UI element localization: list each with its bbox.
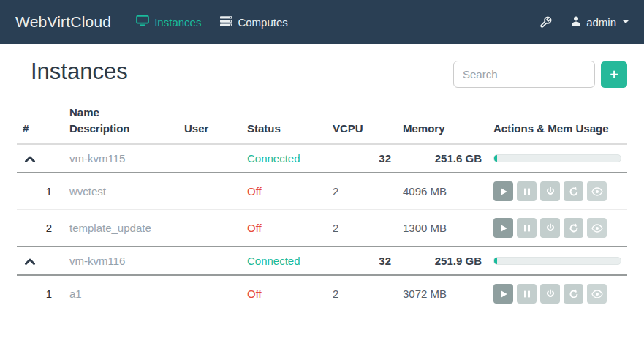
instance-vcpu: 2 [327, 173, 397, 210]
instance-status: Off [247, 222, 262, 234]
compute-name-link[interactable]: vm-kvm115 [69, 152, 125, 165]
page-title: Instances [31, 59, 128, 84]
console-eye-button[interactable] [587, 218, 607, 238]
main-content: Instances + # NameDescription User Statu… [0, 59, 644, 312]
search-group: + [453, 61, 627, 88]
instance-name-link[interactable]: a1 [69, 288, 82, 300]
search-input[interactable] [453, 61, 595, 88]
play-button[interactable] [493, 181, 513, 201]
instance-memory: 4096 MB [397, 173, 488, 210]
compute-row: vm-kvm116 Connected 32 251.9 GB [17, 247, 627, 275]
refresh-button[interactable] [564, 181, 583, 201]
instance-vcpu: 2 [327, 275, 397, 312]
nav-label: Instances [154, 16, 201, 29]
wrench-icon[interactable] [539, 16, 552, 29]
compute-vcpu: 32 [327, 247, 397, 275]
instances-table: # NameDescription User Status VCPU Memor… [17, 100, 627, 312]
instance-memory: 1300 MB [397, 210, 488, 247]
console-eye-button[interactable] [587, 284, 607, 304]
nav-label: Computes [238, 16, 287, 29]
instance-status: Off [247, 288, 262, 300]
instance-row: 1 wvctest Off 2 4096 MB [17, 173, 627, 210]
instance-memory: 3072 MB [397, 275, 488, 312]
power-off-button[interactable] [540, 284, 560, 304]
instance-actions [493, 181, 627, 201]
col-header-num: # [17, 100, 64, 144]
power-off-button[interactable] [540, 181, 560, 201]
brand-logo[interactable]: WebVirtCloud [15, 13, 111, 31]
nav-item-instances[interactable]: Instances [136, 15, 201, 29]
user-icon [571, 16, 581, 29]
collapse-chevron-icon[interactable] [23, 155, 36, 162]
compute-name-link[interactable]: vm-kvm116 [69, 255, 125, 267]
instance-name-link[interactable]: template_update [69, 222, 151, 234]
refresh-button[interactable] [564, 218, 583, 238]
table-header-row: # NameDescription User Status VCPU Memor… [17, 100, 627, 144]
page-header: Instances + [17, 59, 627, 88]
nav-item-computes[interactable]: Computes [220, 16, 287, 29]
compute-memory: 251.6 GB [397, 144, 488, 173]
pause-button[interactable] [517, 181, 537, 201]
compute-status: Connected [247, 152, 300, 165]
instance-number: 2 [17, 210, 64, 247]
mem-usage-fill [494, 258, 497, 264]
compute-vcpu: 32 [327, 144, 397, 173]
compute-status: Connected [247, 255, 300, 267]
play-button[interactable] [493, 218, 513, 238]
username-label: admin [586, 16, 616, 29]
navbar-right: admin [539, 16, 629, 29]
col-header-name: NameDescription [64, 100, 178, 144]
col-header-status: Status [241, 100, 327, 144]
instance-vcpu: 2 [327, 210, 397, 247]
monitor-icon [136, 15, 149, 29]
refresh-button[interactable] [564, 284, 583, 304]
instance-actions [493, 284, 627, 304]
main-nav: Instances Computes [136, 15, 288, 29]
instance-actions [493, 218, 627, 238]
mem-usage-bar [493, 257, 621, 265]
col-header-user: User [178, 100, 241, 144]
caret-down-icon [623, 20, 629, 23]
top-navbar: WebVirtCloud Instances Computes admin [0, 0, 644, 44]
col-header-vcpu: VCPU [327, 100, 397, 144]
mem-usage-bar [493, 154, 621, 162]
pause-button[interactable] [517, 218, 537, 238]
mem-usage-fill [494, 155, 497, 162]
add-instance-button[interactable]: + [601, 61, 627, 88]
power-off-button[interactable] [540, 218, 560, 238]
user-menu[interactable]: admin [571, 16, 629, 29]
instance-status: Off [247, 185, 262, 198]
console-eye-button[interactable] [587, 181, 607, 201]
server-icon [220, 16, 232, 29]
instance-row: 1 a1 Off 2 3072 MB [17, 275, 627, 312]
instance-number: 1 [17, 275, 64, 312]
col-header-memory: Memory [397, 100, 488, 144]
instance-number: 1 [17, 173, 64, 210]
collapse-chevron-icon[interactable] [23, 258, 36, 265]
pause-button[interactable] [517, 284, 537, 304]
instance-row: 2 template_update Off 2 1300 MB [17, 210, 627, 247]
compute-row: vm-kvm115 Connected 32 251.6 GB [17, 144, 627, 173]
play-button[interactable] [493, 284, 513, 304]
compute-memory: 251.9 GB [397, 247, 488, 275]
col-header-actions: Actions & Mem Usage [488, 100, 627, 144]
instance-name-link[interactable]: wvctest [69, 185, 106, 198]
